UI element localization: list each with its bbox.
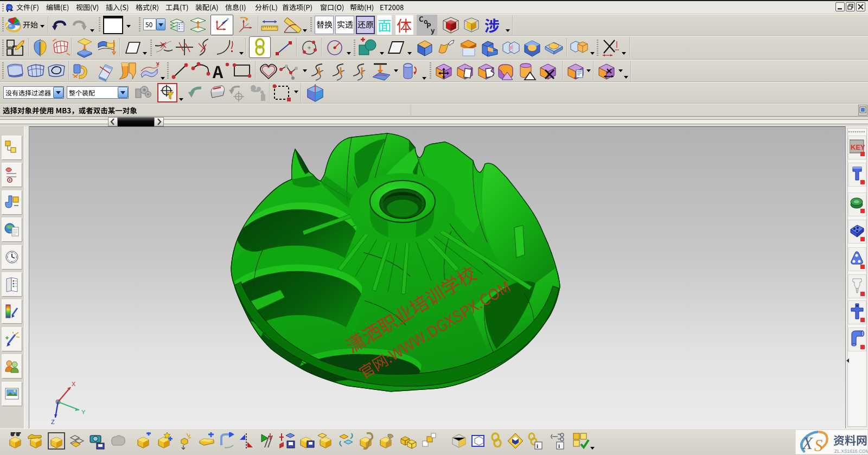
svg-text:X: X bbox=[801, 434, 813, 453]
svg-text:S: S bbox=[814, 436, 823, 454]
svg-text:X: X bbox=[72, 381, 76, 387]
svg-text:i: i bbox=[537, 443, 538, 449]
svg-text:KEY: KEY bbox=[851, 143, 865, 151]
svg-text:Y: Y bbox=[81, 409, 86, 415]
svg-text:Z: Z bbox=[51, 419, 55, 425]
svg-text:i: i bbox=[558, 443, 560, 449]
